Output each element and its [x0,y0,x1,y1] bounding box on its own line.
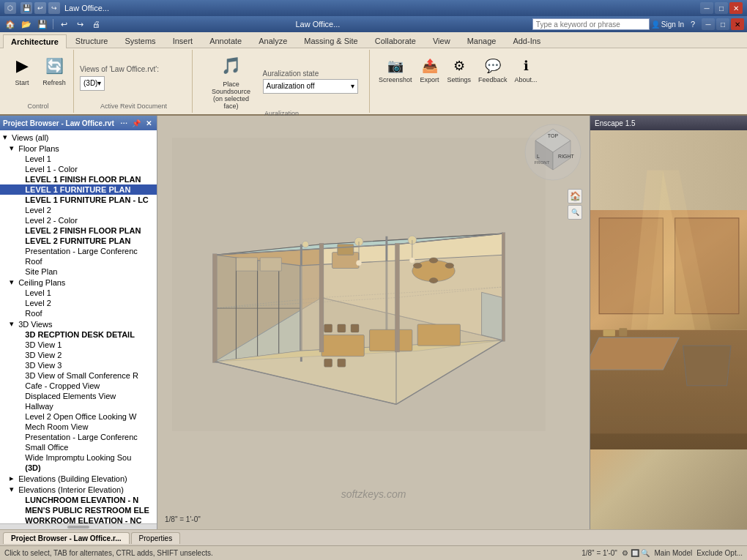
tree-item[interactable]: ▾Floor Plans [0,143,157,154]
tree-item[interactable]: Level 2 Open Office Looking W [0,411,157,422]
tree-item[interactable]: ▸Elevations (Building Elevation) [0,473,157,484]
tree-item[interactable]: LEVEL 1 FINISH FLOOR PLAN [0,174,157,184]
qat-redo-icon[interactable]: ↪ [73,18,87,31]
export-button[interactable]: 📤 Export [417,54,443,85]
views-label: Views of 'Law Office.rvt': [80,65,159,73]
qat-help-icon[interactable]: ? [685,18,700,31]
ribbon: ▶ Start 🔄 Refresh Control Views of 'Law … [0,48,747,116]
auralization-dropdown[interactable]: Auralization off ▾ [263,79,358,94]
tree-item[interactable]: ▾3D Views [0,318,157,329]
svg-text:L: L [537,154,540,159]
tree-item-label: Level 2 [25,299,51,307]
about-label: About... [515,76,538,83]
tree-item[interactable]: 3D View 2 [0,350,157,360]
settings-button[interactable]: ⚙ Settings [445,54,475,85]
maximize-button[interactable]: □ [715,2,728,14]
feedback-button[interactable]: 💬 Feedback [475,54,510,85]
tree-toggle-icon: ▾ [3,132,12,142]
tree-item[interactable]: Level 1 - Color [0,164,157,174]
nav-cube[interactable]: TOP L FRONT RIGHT [524,123,582,182]
tree-item[interactable]: LEVEL 1 FURNITURE PLAN - LC [0,195,157,205]
save-icon[interactable]: 💾 [21,2,32,14]
tree-item-label: LUNCHROOM ELEVATION - N [25,496,138,504]
tree-item[interactable]: Level 1 [0,154,157,164]
tree-item[interactable]: Cafe - Cropped View [0,381,157,391]
tree-item[interactable]: ▾Ceiling Plans [0,277,157,288]
tree-item[interactable]: LEVEL 2 FINISH FLOOR PLAN [0,225,157,236]
tree-item[interactable]: Small Office [0,442,157,452]
enscape-panel: Enscape 1.5 [590,116,747,529]
undo-icon[interactable]: ↩ [34,2,46,14]
close-btn[interactable]: ✕ [731,18,744,30]
tree-item[interactable]: Presentation - Large Conferenc [0,432,157,442]
app-icon: ⬡ [4,2,16,14]
tree-item[interactable]: Level 2 - Color [0,215,157,225]
tree-item[interactable]: LEVEL 2 FURNITURE PLAN [0,236,157,246]
tree-item[interactable]: Wide Impromptu Looking Sou [0,452,157,463]
tree-item[interactable]: 3D View of Small Conference R [0,370,157,381]
tree-item[interactable]: 3D RECPTION DESK DETAIL [0,329,157,340]
tree-item[interactable]: WORKROOM ELEVATION - NC [0,515,157,523]
tree-item[interactable]: MEN'S PUBLIC RESTROOM ELE [0,505,157,515]
redo-icon[interactable]: ↪ [48,2,60,14]
viewport[interactable]: TOP L FRONT RIGHT 🏠 🔍 1/8" = 1'-0" softz… [157,116,590,529]
tab-architecture[interactable]: Architecture [3,34,67,48]
tab-insert[interactable]: Insert [165,34,201,48]
views-dropdown[interactable]: (3D) ▾ [80,76,105,91]
min-btn[interactable]: ─ [702,18,715,30]
tree-item[interactable]: Presentation - Large Conferenc [0,246,157,256]
tab-systems[interactable]: Systems [116,34,163,48]
qat-icons: 💾 ↩ ↪ [21,2,60,14]
pb-menu-icon[interactable]: ⋯ [119,118,129,128]
zoom-in-button[interactable]: 🏠 [568,189,582,204]
tree-item[interactable]: Site Plan [0,266,157,277]
tab-collaborate[interactable]: Collaborate [367,34,424,48]
pb-resize-handle[interactable] [67,526,89,529]
tree-item[interactable]: Hallway [0,401,157,411]
export-label: Export [420,76,439,83]
tree-item[interactable]: LEVEL 1 FURNITURE PLAN [0,184,157,195]
minimize-button[interactable]: ─ [700,2,713,14]
tree-item[interactable]: LUNCHROOM ELEVATION - N [0,495,157,505]
main-area: Project Browser - Law Office.rvt ⋯ 📌 ✕ ▾… [0,116,747,529]
tree-item[interactable]: Level 2 [0,298,157,308]
sign-in-button[interactable]: 👤 Sign In [651,20,684,29]
search-input[interactable] [532,18,650,30]
tree-item[interactable]: (3D) [0,463,157,473]
zoom-out-button[interactable]: 🔍 [568,205,582,220]
tree-item[interactable]: Displaced Elements View [0,391,157,401]
view-scale: 1/8" = 1'-0" [165,515,201,523]
tree-item[interactable]: Level 2 [0,205,157,215]
tab-manage[interactable]: Manage [459,34,505,48]
tree-item[interactable]: 3D View 1 [0,340,157,350]
qat-undo-icon[interactable]: ↩ [56,18,71,31]
close-button[interactable]: ✕ [729,2,743,14]
tree-item[interactable]: 3D View 3 [0,360,157,370]
screenshot-button[interactable]: 📷 Screenshot [376,54,415,85]
qat-save-icon[interactable]: 💾 [35,18,50,31]
tab-project-browser[interactable]: Project Browser - Law Office.r... [3,532,130,544]
tab-annotate[interactable]: Annotate [201,34,250,48]
tab-analyze[interactable]: Analyze [250,34,295,48]
pb-close-icon[interactable]: ✕ [144,118,154,128]
qat-print-icon[interactable]: 🖨 [89,18,103,31]
about-button[interactable]: ℹ About... [512,54,540,85]
qat-home-icon[interactable]: 🏠 [3,18,18,31]
max-btn[interactable]: □ [716,18,729,30]
start-button[interactable]: ▶ Start [7,53,37,88]
tab-properties[interactable]: Properties [131,532,181,544]
tab-addins[interactable]: Add-Ins [505,34,549,48]
tree-item[interactable]: ▾Elevations (Interior Elevation) [0,484,157,495]
refresh-button[interactable]: 🔄 Refresh [40,53,69,88]
tree-item[interactable]: Roof [0,308,157,318]
tree-item[interactable]: Mech Room View [0,422,157,432]
tab-structure[interactable]: Structure [67,34,116,48]
tab-view[interactable]: View [425,34,458,48]
pb-pin-icon[interactable]: 📌 [131,118,141,128]
tree-item[interactable]: Level 1 [0,288,157,298]
tab-massing[interactable]: Massing & Site [296,34,365,48]
tree-item[interactable]: Roof [0,256,157,266]
svg-rect-28 [351,324,359,332]
tree-item[interactable]: ▾Views (all) [0,132,157,143]
qat-open-icon[interactable]: 📂 [19,18,34,31]
